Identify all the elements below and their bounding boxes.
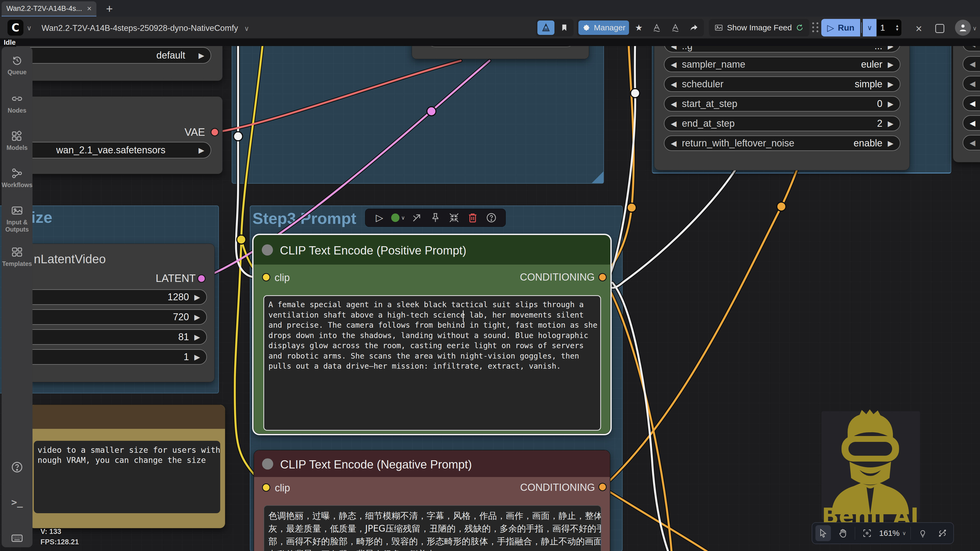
leftover-noise-widget[interactable]: ◀ return_with_leftover_noise enable ▶	[664, 135, 900, 151]
latent-batch-widget[interactable]: 1 ▶	[16, 349, 207, 365]
positive-prompt-textarea[interactable]: A female special agent in a sleek black …	[263, 295, 601, 431]
toggle-links-button[interactable]	[935, 525, 950, 541]
run-options-dropdown[interactable]: ∨	[863, 19, 877, 37]
negative-clip-port[interactable]	[262, 483, 270, 492]
comfyui-logo[interactable]: C	[8, 20, 24, 36]
right-arrow-icon[interactable]: ▶	[194, 353, 200, 362]
show-image-feed-button[interactable]: Show Image Feed	[711, 21, 808, 35]
latent-length-widget[interactable]: 81 ▶	[16, 329, 207, 345]
node-right-partial[interactable]: ◀ ◀ ◀ ◀ ◀ ◀	[953, 40, 980, 162]
collapse-button[interactable]	[447, 211, 461, 225]
browser-tab[interactable]: Wan2.2-T2V-A14B-4s... ×	[2, 2, 96, 16]
node-ksampler-advanced[interactable]: ◀ ..g ... ▶ ◀ sampler_name euler ▶ ◀ sch…	[654, 40, 910, 170]
assets-button[interactable]	[538, 21, 554, 35]
favorites-button[interactable]: ★	[631, 21, 646, 35]
sidebar-item-queue[interactable]: Queue	[2, 54, 32, 76]
note-header[interactable]	[29, 405, 225, 429]
share-button[interactable]	[686, 21, 702, 35]
left-arrow-icon[interactable]: ◀	[671, 60, 677, 69]
new-tab-button[interactable]: +	[106, 2, 113, 16]
left-arrow-icon[interactable]: ◀	[671, 80, 677, 89]
latent-output-port[interactable]	[197, 275, 205, 283]
run-node-button[interactable]: ▷	[372, 211, 387, 225]
left-arrow-icon[interactable]: ◀	[970, 99, 975, 108]
tab-close-icon[interactable]: ×	[87, 4, 92, 13]
left-arrow-icon[interactable]: ◀	[970, 119, 975, 127]
share-a-button[interactable]	[648, 21, 665, 35]
bypass-button[interactable]	[410, 211, 424, 225]
right-arrow-icon[interactable]: ▶	[199, 51, 204, 60]
right-arrow-icon[interactable]: ▶	[888, 80, 893, 89]
partial-widget[interactable]: ◀	[963, 56, 980, 71]
positive-clip-port[interactable]	[262, 273, 270, 281]
right-arrow-icon[interactable]: ▶	[888, 119, 893, 128]
left-arrow-icon[interactable]: ◀	[671, 100, 677, 108]
node-mode-button[interactable]: ∨	[391, 211, 405, 225]
right-arrow-icon[interactable]: ▶	[888, 60, 893, 69]
right-arrow-icon[interactable]: ▶	[199, 146, 204, 155]
share-b-button[interactable]	[667, 21, 684, 35]
fullscreen-button[interactable]	[935, 24, 944, 33]
bookmark-button[interactable]	[557, 21, 572, 35]
sampler-name-widget[interactable]: ◀ sampler_name euler ▶	[664, 57, 900, 72]
sidebar-help-button[interactable]	[2, 461, 32, 473]
node-help-button[interactable]	[484, 211, 498, 225]
right-arrow-icon[interactable]: ▶	[888, 100, 893, 108]
group-top[interactable]	[232, 43, 604, 184]
partial-widget[interactable]: ◀	[963, 95, 980, 111]
left-arrow-icon[interactable]: ◀	[671, 139, 677, 148]
right-arrow-icon[interactable]: ▶	[194, 293, 200, 302]
interrupt-button[interactable]: ×	[916, 22, 922, 35]
sidebar-terminal-button[interactable]: >_	[2, 497, 32, 508]
group-top-resize-handle[interactable]	[592, 171, 603, 183]
sidebar-item-nodes[interactable]: Nodes	[2, 93, 32, 114]
zoom-level-dropdown[interactable]: 161% ∨	[879, 529, 906, 538]
left-arrow-icon[interactable]: ◀	[970, 138, 975, 147]
vae-output-port[interactable]	[211, 128, 219, 136]
scheduler-widget[interactable]: ◀ scheduler simple ▶	[664, 76, 900, 92]
node-latent-video[interactable]: nLatentVideo 1280 ▶ 720 ▶ 81 ▶ 1 ▶	[16, 243, 215, 382]
sidebar-item-models[interactable]: Models	[2, 130, 32, 151]
end-at-step-widget[interactable]: ◀ end_at_step 2 ▶	[664, 116, 900, 131]
node-model-loader[interactable]: default ▶	[16, 40, 223, 81]
toolbar-drag-handle[interactable]	[812, 22, 819, 32]
right-arrow-icon[interactable]: ▶	[194, 333, 200, 341]
run-button[interactable]: ▷ Run	[821, 19, 860, 37]
fit-view-button[interactable]	[859, 525, 875, 541]
negative-conditioning-port[interactable]	[598, 483, 607, 491]
toggle-theme-button[interactable]	[915, 525, 931, 541]
sidebar-item-templates[interactable]: Templates	[2, 246, 32, 268]
start-at-step-widget[interactable]: ◀ start_at_step 0 ▶	[664, 96, 900, 111]
left-arrow-icon[interactable]: ◀	[671, 119, 677, 128]
latent-height-widget[interactable]: 720 ▶	[16, 309, 207, 325]
sidebar-item-inputs-outputs[interactable]: Input & Outputs	[2, 205, 32, 233]
note-textarea[interactable]: video to a smaller size for users with n…	[34, 441, 220, 513]
partial-widget[interactable]: ◀	[963, 135, 980, 151]
node-note[interactable]: video to a smaller size for users with n…	[29, 405, 225, 529]
latent-width-widget[interactable]: 1280 ▶	[16, 289, 207, 305]
workflow-title-dropdown[interactable]: Wan2.2-T2V-A14B-4steps-250928-dyno-Nativ…	[41, 24, 249, 33]
manager-button[interactable]: Manager	[578, 21, 629, 35]
select-tool-button[interactable]	[815, 525, 831, 541]
left-arrow-icon[interactable]: ◀	[970, 60, 975, 68]
positive-conditioning-port[interactable]	[598, 273, 607, 281]
node-clip-negative[interactable]: CLIP Text Encode (Negative Prompt) clip …	[253, 450, 610, 551]
sidebar-item-workflows[interactable]: Workflows	[2, 167, 32, 189]
model-widget[interactable]: default ▶	[16, 47, 211, 64]
negative-prompt-textarea[interactable]: 色调艳丽，过曝，静态，细节模糊不清，字幕，风格，作品，画作，画面，静止，整体发 …	[264, 505, 601, 551]
group-step3-title[interactable]: Step3 Prompt	[253, 209, 356, 227]
pin-button[interactable]	[428, 211, 442, 225]
batch-count-stepper[interactable]: ▴ ▾	[896, 24, 899, 32]
delete-node-button[interactable]	[466, 211, 480, 225]
vae-name-widget[interactable]: wan_2.1_vae.safetensors ▶	[16, 142, 211, 158]
left-arrow-icon[interactable]: ◀	[970, 79, 975, 88]
pan-tool-button[interactable]	[835, 525, 851, 541]
node-clip-positive[interactable]: CLIP Text Encode (Positive Prompt) clip …	[253, 235, 610, 434]
right-arrow-icon[interactable]: ▶	[194, 313, 200, 322]
right-arrow-icon[interactable]: ▶	[888, 139, 893, 148]
user-avatar-button[interactable]	[955, 20, 971, 36]
batch-count-input[interactable]: 1 ▴ ▾	[877, 19, 902, 37]
partial-widget[interactable]: ◀	[963, 115, 980, 131]
sidebar-keyboard-button[interactable]	[2, 532, 32, 545]
spinner-down-icon[interactable]: ▾	[896, 28, 899, 32]
